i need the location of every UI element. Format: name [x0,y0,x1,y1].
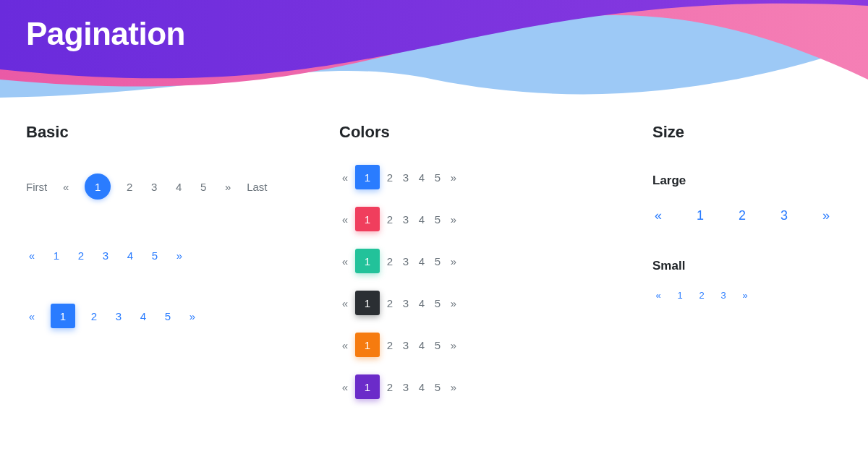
size-large-label: Large [652,174,842,188]
page-link[interactable]: 3 [400,291,412,315]
page-link[interactable]: 2 [384,291,396,315]
pagination-color-teal: « 1 2 3 4 5 » [339,249,624,273]
page-link[interactable]: 2 [384,207,396,231]
next-button[interactable]: » [820,201,832,230]
next-button[interactable]: » [739,286,751,304]
next-button[interactable]: » [448,165,459,189]
page-link[interactable]: 3 [718,286,729,304]
page-link[interactable]: 4 [137,304,149,328]
page-link[interactable]: 5 [432,207,443,231]
section-colors: Colors « 1 2 3 4 5 » « 1 2 3 4 5 » « 1 2… [339,123,624,416]
section-basic: Basic First « 1 2 3 4 5 » Last « 1 2 3 4… [26,123,310,416]
page-link[interactable]: 3 [400,249,412,273]
page-link[interactable]: 5 [432,291,443,315]
page-link[interactable]: 2 [384,249,396,273]
next-button[interactable]: » [222,174,234,199]
page-link[interactable]: 4 [416,207,427,231]
page-active[interactable]: 1 [355,374,380,399]
prev-button[interactable]: « [339,249,351,273]
pagination-size-small: « 1 2 3 » [652,286,842,304]
page-link[interactable]: 3 [400,333,412,357]
page-link[interactable]: 4 [416,374,427,399]
prev-button[interactable]: « [339,291,351,315]
hero-banner: Pagination [0,0,868,101]
prev-button[interactable]: « [652,286,664,304]
pagination-color-primary: « 1 2 3 4 5 » [339,165,624,189]
prev-button[interactable]: « [26,243,38,267]
next-button[interactable]: » [187,304,198,328]
page-link[interactable]: 5 [197,174,209,199]
page-active[interactable]: 1 [355,207,380,231]
page-link[interactable]: 3 [778,201,790,230]
pagination-basic-links: « 1 2 3 4 5 » [26,243,310,267]
pagination-size-large: « 1 2 3 » [652,201,842,230]
page-link[interactable]: 1 [674,286,686,304]
next-button[interactable]: » [448,291,459,315]
page-link[interactable]: 5 [432,374,443,399]
page-link[interactable]: 4 [416,291,427,315]
page-link[interactable]: 1 [51,243,62,267]
page-link[interactable]: 5 [149,243,161,267]
page-link[interactable]: 3 [113,304,124,328]
next-button[interactable]: » [448,333,459,357]
page-link[interactable]: 4 [416,249,427,273]
page-link[interactable]: 5 [432,249,443,273]
page-link[interactable]: 4 [124,243,136,267]
next-button[interactable]: » [174,243,185,267]
page-link[interactable]: 3 [148,174,160,199]
page-link[interactable]: 5 [432,165,443,189]
pagination-color-danger: « 1 2 3 4 5 » [339,207,624,231]
prev-button[interactable]: « [339,374,351,399]
page-link[interactable]: 3 [100,243,111,267]
prev-button[interactable]: « [339,207,351,231]
size-large-block: Large « 1 2 3 » [652,174,842,230]
page-link[interactable]: 4 [173,174,184,199]
page-link[interactable]: 3 [400,207,412,231]
content-area: Basic First « 1 2 3 4 5 » Last « 1 2 3 4… [0,101,868,416]
page-link[interactable]: 2 [124,174,135,199]
page-link[interactable]: 2 [696,286,707,304]
page-active[interactable]: 1 [355,249,380,273]
section-size: Size Large « 1 2 3 » Small « 1 2 3 » [652,123,842,416]
first-button[interactable]: First [26,174,47,199]
last-button[interactable]: Last [247,174,267,199]
page-active[interactable]: 1 [355,165,380,189]
pagination-color-purple: « 1 2 3 4 5 » [339,374,624,399]
page-link[interactable]: 3 [400,165,412,189]
page-link[interactable]: 4 [416,333,427,357]
page-link[interactable]: 2 [88,304,100,328]
page-link[interactable]: 2 [384,333,396,357]
next-button[interactable]: » [448,374,459,399]
page-title: Pagination [26,16,185,52]
pagination-color-dark: « 1 2 3 4 5 » [339,291,624,315]
next-button[interactable]: » [448,249,459,273]
page-link[interactable]: 5 [162,304,174,328]
page-active[interactable]: 1 [51,304,75,328]
prev-button[interactable]: « [339,165,351,189]
prev-button[interactable]: « [60,174,72,199]
page-link[interactable]: 2 [384,165,396,189]
page-link[interactable]: 2 [736,201,748,230]
size-small-label: Small [652,259,842,273]
page-active[interactable]: 1 [85,174,111,200]
page-link[interactable]: 3 [400,374,412,399]
pagination-basic-circle: First « 1 2 3 4 5 » Last [26,174,310,200]
prev-button[interactable]: « [26,304,38,328]
pagination-color-orange: « 1 2 3 4 5 » [339,333,624,357]
next-button[interactable]: » [448,207,459,231]
prev-button[interactable]: « [652,201,664,230]
page-link[interactable]: 2 [384,374,396,399]
page-link[interactable]: 1 [694,201,706,230]
page-link[interactable]: 5 [432,333,443,357]
pagination-basic-square: « 1 2 3 4 5 » [26,304,310,328]
page-active[interactable]: 1 [355,291,380,315]
page-link[interactable]: 2 [75,243,87,267]
size-small-block: Small « 1 2 3 » [652,259,842,304]
prev-button[interactable]: « [339,333,351,357]
page-active[interactable]: 1 [355,333,380,357]
page-link[interactable]: 4 [416,165,427,189]
